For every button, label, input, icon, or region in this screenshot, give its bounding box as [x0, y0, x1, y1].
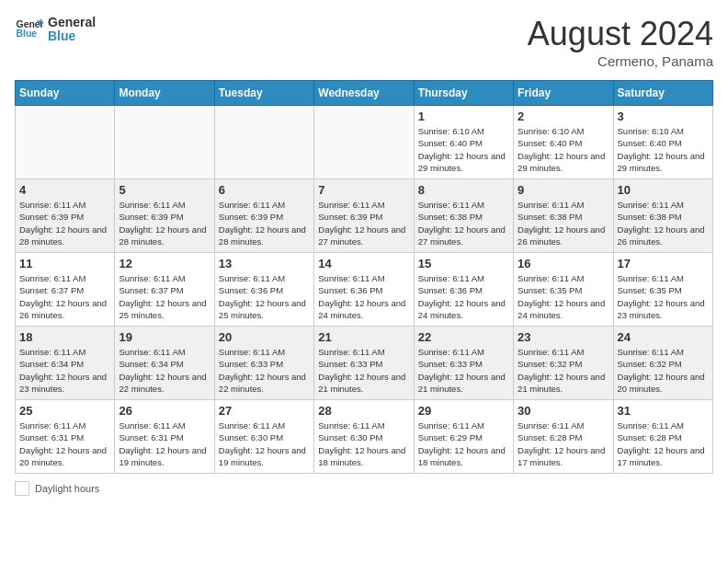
calendar-cell: 13Sunrise: 6:11 AM Sunset: 6:36 PM Dayli… — [214, 253, 313, 327]
day-info: Sunrise: 6:11 AM Sunset: 6:28 PM Dayligh… — [618, 419, 709, 468]
day-number: 10 — [618, 183, 709, 197]
day-number: 28 — [318, 404, 409, 418]
day-number: 7 — [318, 183, 409, 197]
calendar-cell — [214, 106, 313, 179]
col-header-friday: Friday — [514, 81, 613, 106]
calendar-cell: 1Sunrise: 6:10 AM Sunset: 6:40 PM Daylig… — [414, 106, 513, 179]
calendar-cell: 30Sunrise: 6:11 AM Sunset: 6:28 PM Dayli… — [514, 400, 613, 474]
day-info: Sunrise: 6:11 AM Sunset: 6:33 PM Dayligh… — [318, 346, 409, 395]
day-info: Sunrise: 6:11 AM Sunset: 6:38 PM Dayligh… — [418, 199, 509, 247]
calendar-cell — [16, 106, 115, 179]
day-info: Sunrise: 6:11 AM Sunset: 6:36 PM Dayligh… — [219, 272, 310, 321]
day-info: Sunrise: 6:11 AM Sunset: 6:31 PM Dayligh… — [119, 419, 210, 468]
calendar-cell: 16Sunrise: 6:11 AM Sunset: 6:35 PM Dayli… — [514, 253, 613, 327]
day-info: Sunrise: 6:11 AM Sunset: 6:34 PM Dayligh… — [19, 346, 110, 395]
calendar-cell: 6Sunrise: 6:11 AM Sunset: 6:39 PM Daylig… — [214, 179, 313, 253]
calendar-cell: 25Sunrise: 6:11 AM Sunset: 6:31 PM Dayli… — [16, 400, 115, 474]
calendar-cell: 7Sunrise: 6:11 AM Sunset: 6:39 PM Daylig… — [314, 179, 414, 253]
calendar-cell: 14Sunrise: 6:11 AM Sunset: 6:36 PM Dayli… — [314, 253, 414, 327]
day-info: Sunrise: 6:11 AM Sunset: 6:29 PM Dayligh… — [418, 419, 509, 468]
calendar-cell: 29Sunrise: 6:11 AM Sunset: 6:29 PM Dayli… — [414, 400, 513, 474]
day-number: 17 — [618, 257, 709, 270]
legend-box — [15, 481, 29, 496]
calendar-week-row: 11Sunrise: 6:11 AM Sunset: 6:37 PM Dayli… — [16, 253, 713, 327]
day-number: 27 — [219, 404, 310, 418]
day-number: 5 — [119, 183, 210, 197]
svg-text:Blue: Blue — [17, 29, 38, 39]
day-number: 22 — [418, 330, 509, 344]
day-info: Sunrise: 6:11 AM Sunset: 6:35 PM Dayligh… — [618, 272, 709, 321]
day-number: 31 — [618, 404, 709, 418]
day-info: Sunrise: 6:11 AM Sunset: 6:34 PM Dayligh… — [119, 346, 210, 395]
calendar-cell: 3Sunrise: 6:10 AM Sunset: 6:40 PM Daylig… — [613, 106, 712, 179]
calendar-cell: 5Sunrise: 6:11 AM Sunset: 6:39 PM Daylig… — [115, 179, 214, 253]
day-number: 19 — [119, 330, 210, 344]
col-header-tuesday: Tuesday — [214, 81, 313, 106]
calendar-cell: 23Sunrise: 6:11 AM Sunset: 6:32 PM Dayli… — [514, 327, 613, 400]
day-info: Sunrise: 6:11 AM Sunset: 6:28 PM Dayligh… — [518, 419, 609, 468]
day-number: 23 — [518, 330, 609, 344]
logo-blue: Blue — [48, 29, 96, 43]
col-header-wednesday: Wednesday — [314, 81, 414, 106]
day-info: Sunrise: 6:10 AM Sunset: 6:40 PM Dayligh… — [518, 125, 609, 174]
day-number: 29 — [418, 404, 509, 418]
day-info: Sunrise: 6:10 AM Sunset: 6:40 PM Dayligh… — [418, 125, 509, 174]
logo: General Blue General Blue — [15, 15, 96, 44]
day-number: 13 — [219, 257, 310, 270]
day-info: Sunrise: 6:11 AM Sunset: 6:33 PM Dayligh… — [219, 346, 310, 395]
day-info: Sunrise: 6:11 AM Sunset: 6:30 PM Dayligh… — [318, 419, 409, 468]
calendar-cell: 17Sunrise: 6:11 AM Sunset: 6:35 PM Dayli… — [613, 253, 712, 327]
calendar-cell: 19Sunrise: 6:11 AM Sunset: 6:34 PM Dayli… — [115, 327, 214, 400]
logo-general: General — [48, 16, 96, 29]
calendar-cell: 18Sunrise: 6:11 AM Sunset: 6:34 PM Dayli… — [16, 327, 115, 400]
col-header-saturday: Saturday — [613, 81, 712, 106]
day-info: Sunrise: 6:11 AM Sunset: 6:36 PM Dayligh… — [318, 272, 409, 321]
logo-icon: General Blue — [15, 15, 44, 44]
calendar-cell: 26Sunrise: 6:11 AM Sunset: 6:31 PM Dayli… — [115, 400, 214, 474]
day-info: Sunrise: 6:11 AM Sunset: 6:32 PM Dayligh… — [618, 346, 709, 395]
calendar-week-row: 18Sunrise: 6:11 AM Sunset: 6:34 PM Dayli… — [16, 327, 713, 400]
title-area: August 2024 Cermeno, Panama — [528, 15, 713, 69]
calendar-cell: 22Sunrise: 6:11 AM Sunset: 6:33 PM Dayli… — [414, 327, 513, 400]
day-number: 8 — [418, 183, 509, 197]
day-number: 12 — [119, 257, 210, 270]
day-number: 15 — [418, 257, 509, 270]
day-number: 9 — [518, 183, 609, 197]
day-number: 24 — [618, 330, 709, 344]
calendar-cell: 8Sunrise: 6:11 AM Sunset: 6:38 PM Daylig… — [414, 179, 513, 253]
day-number: 11 — [19, 257, 110, 270]
calendar-table: SundayMondayTuesdayWednesdayThursdayFrid… — [15, 80, 713, 474]
day-number: 4 — [19, 183, 110, 197]
month-title: August 2024 — [528, 15, 713, 53]
col-header-thursday: Thursday — [414, 81, 513, 106]
day-info: Sunrise: 6:11 AM Sunset: 6:33 PM Dayligh… — [418, 346, 509, 395]
day-number: 26 — [119, 404, 210, 418]
legend-label: Daylight hours — [35, 483, 99, 494]
calendar-cell: 21Sunrise: 6:11 AM Sunset: 6:33 PM Dayli… — [314, 327, 414, 400]
day-number: 14 — [318, 257, 409, 270]
day-info: Sunrise: 6:11 AM Sunset: 6:36 PM Dayligh… — [418, 272, 509, 321]
footer: Daylight hours — [15, 481, 713, 496]
day-info: Sunrise: 6:11 AM Sunset: 6:35 PM Dayligh… — [518, 272, 609, 321]
calendar-cell: 11Sunrise: 6:11 AM Sunset: 6:37 PM Dayli… — [16, 253, 115, 327]
page-header: General Blue General Blue August 2024 Ce… — [15, 15, 713, 69]
calendar-cell: 31Sunrise: 6:11 AM Sunset: 6:28 PM Dayli… — [613, 400, 712, 474]
calendar-cell: 10Sunrise: 6:11 AM Sunset: 6:38 PM Dayli… — [613, 179, 712, 253]
calendar-cell — [115, 106, 214, 179]
calendar-week-row: 4Sunrise: 6:11 AM Sunset: 6:39 PM Daylig… — [16, 179, 713, 253]
day-info: Sunrise: 6:11 AM Sunset: 6:38 PM Dayligh… — [518, 199, 609, 247]
day-number: 25 — [19, 404, 110, 418]
calendar-cell: 28Sunrise: 6:11 AM Sunset: 6:30 PM Dayli… — [314, 400, 414, 474]
calendar-cell: 12Sunrise: 6:11 AM Sunset: 6:37 PM Dayli… — [115, 253, 214, 327]
day-info: Sunrise: 6:11 AM Sunset: 6:38 PM Dayligh… — [618, 199, 709, 247]
day-info: Sunrise: 6:11 AM Sunset: 6:39 PM Dayligh… — [19, 199, 110, 247]
day-number: 18 — [19, 330, 110, 344]
calendar-week-row: 1Sunrise: 6:10 AM Sunset: 6:40 PM Daylig… — [16, 106, 713, 179]
col-header-sunday: Sunday — [16, 81, 115, 106]
day-number: 2 — [518, 109, 609, 123]
col-header-monday: Monday — [115, 81, 214, 106]
day-number: 20 — [219, 330, 310, 344]
day-info: Sunrise: 6:11 AM Sunset: 6:37 PM Dayligh… — [19, 272, 110, 321]
calendar-cell: 4Sunrise: 6:11 AM Sunset: 6:39 PM Daylig… — [16, 179, 115, 253]
calendar-week-row: 25Sunrise: 6:11 AM Sunset: 6:31 PM Dayli… — [16, 400, 713, 474]
